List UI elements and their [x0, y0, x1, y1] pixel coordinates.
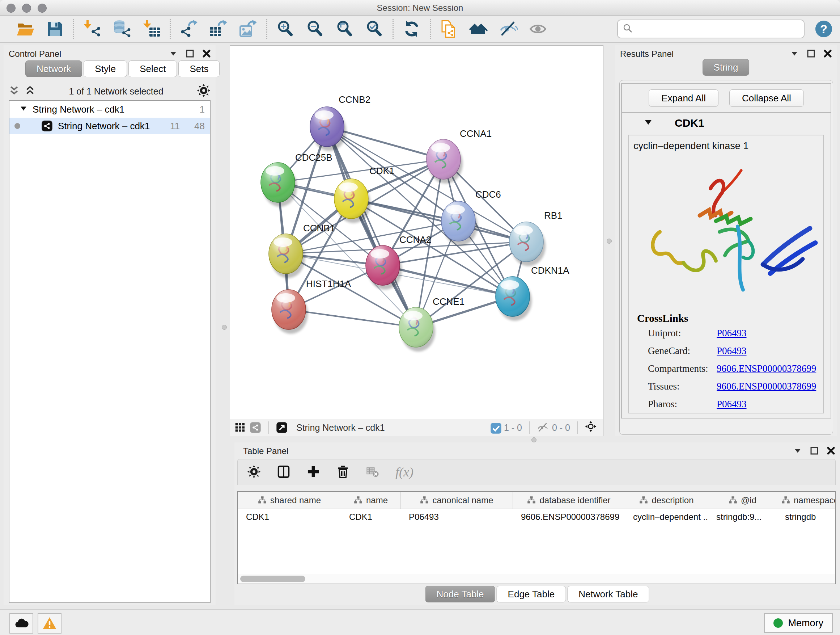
memory-label: Memory: [788, 618, 823, 629]
network-collection-row[interactable]: String Network – cdk1 1: [9, 101, 210, 118]
crosslink-link[interactable]: P06493: [717, 399, 747, 410]
import-table-icon[interactable]: [141, 19, 162, 39]
zoom-in-icon[interactable]: [275, 19, 295, 39]
network-node-hist1h1a[interactable]: HIST1H1A: [272, 279, 351, 334]
horizontal-splitter-handle[interactable]: [531, 437, 537, 442]
crosslink-link[interactable]: 9606.ENSP00000378699: [717, 381, 816, 392]
network-node-ccnb1[interactable]: CCNB1: [269, 223, 335, 278]
help-button[interactable]: ?: [815, 20, 833, 38]
apply-layout-icon[interactable]: [401, 19, 422, 39]
import-network-from-database-icon[interactable]: [112, 19, 132, 39]
fit-selected-crosshair-icon[interactable]: [585, 421, 599, 434]
tab-sets[interactable]: Sets: [178, 60, 219, 77]
home-icon[interactable]: [469, 19, 489, 39]
table-cell[interactable]: stringdb: [777, 509, 836, 525]
crosslink-link[interactable]: P06493: [717, 328, 747, 339]
zoom-fit-icon[interactable]: [335, 19, 355, 39]
export-network-icon[interactable]: [179, 19, 199, 39]
network-node-rb1[interactable]: RB1: [509, 210, 562, 266]
results-panel-menu-icon[interactable]: [790, 49, 799, 58]
open-file-icon[interactable]: [15, 19, 35, 39]
scrollbar-thumb[interactable]: [240, 576, 305, 582]
network-node-ccna2[interactable]: CCNA2: [366, 234, 431, 290]
save-session-icon[interactable]: [45, 19, 65, 39]
network-node-ccnb2[interactable]: CCNB2: [310, 94, 370, 151]
network-node-ccne1[interactable]: CCNE1: [399, 296, 464, 352]
selected-checkbox-icon[interactable]: [490, 423, 500, 432]
results-panel-close-icon[interactable]: [823, 49, 832, 58]
table-cell[interactable]: P06493: [401, 509, 513, 525]
column-header-database-identifier[interactable]: database identifier: [513, 492, 625, 509]
table-cell[interactable]: stringdb:9...: [708, 509, 777, 525]
tab-style[interactable]: Style: [84, 60, 127, 77]
hidden-count: 0 - 0: [552, 423, 570, 433]
search-input[interactable]: [636, 24, 799, 35]
column-header-name[interactable]: name: [341, 492, 401, 509]
automation-cloud-button[interactable]: [9, 613, 33, 633]
network-edge[interactable]: [327, 127, 416, 327]
network-overview-icon[interactable]: [249, 422, 261, 433]
tab-select[interactable]: Select: [128, 60, 177, 77]
column-header-id[interactable]: @id: [708, 492, 777, 509]
network-node-ccna1[interactable]: CCNA1: [426, 128, 492, 184]
hide-panels-icon[interactable]: [498, 19, 518, 39]
show-panels-icon[interactable]: [528, 19, 548, 39]
delete-column-icon[interactable]: [336, 465, 351, 479]
column-header-shared-name[interactable]: shared name: [238, 492, 341, 509]
network-edge[interactable]: [351, 199, 526, 242]
network-options-gear-icon[interactable]: [197, 84, 210, 99]
network-canvas[interactable]: CCNB2CCNA1CDC25BCDK1CDC6RB1CCNB1CCNA2CDK…: [230, 46, 603, 419]
export-image-icon[interactable]: [238, 19, 258, 39]
birdseye-grid-icon[interactable]: [234, 422, 246, 433]
tab-string[interactable]: String: [703, 59, 750, 76]
table-cell[interactable]: 9606.ENSP00000378699: [513, 509, 625, 525]
tab-network-table[interactable]: Network Table: [567, 586, 649, 602]
export-view-icon[interactable]: [276, 422, 287, 433]
collapse-all-tree-icon[interactable]: [9, 85, 19, 97]
warnings-button[interactable]: [38, 613, 62, 633]
table-panel-close-icon[interactable]: [826, 446, 836, 455]
expand-all-tree-icon[interactable]: [25, 85, 35, 97]
export-table-icon[interactable]: [208, 19, 229, 39]
table-cell[interactable]: CDK1: [238, 509, 341, 525]
column-header-canonical-name[interactable]: canonical name: [401, 492, 513, 509]
import-network-icon[interactable]: [82, 19, 103, 39]
node-label: RB1: [544, 210, 562, 221]
table-cell[interactable]: CDK1: [341, 509, 401, 525]
current-network-name: String Network – cdk1: [291, 423, 486, 433]
control-panel-title: Control Panel: [9, 49, 61, 59]
memory-button[interactable]: Memory: [764, 613, 833, 633]
network-row-selected[interactable]: String Network – cdk1 11 48: [9, 118, 210, 134]
zoom-selected-icon[interactable]: [364, 19, 385, 39]
show-columns-icon[interactable]: [277, 465, 291, 479]
network-selection-status: 1 of 1 Network selected: [41, 86, 192, 97]
entry-collapse-icon[interactable]: [644, 118, 653, 128]
right-splitter-handle[interactable]: [607, 239, 612, 244]
clone-network-icon[interactable]: [439, 19, 459, 39]
expand-all-button[interactable]: Expand All: [649, 89, 718, 107]
column-header-description[interactable]: description: [625, 492, 708, 509]
crosslink-link[interactable]: 9606.ENSP00000378699: [717, 363, 816, 374]
tab-network[interactable]: Network: [25, 60, 82, 77]
table-settings-gear-icon[interactable]: [247, 465, 262, 479]
left-splitter-handle[interactable]: [222, 325, 227, 330]
zoom-out-icon[interactable]: [305, 19, 325, 39]
tab-edge-table[interactable]: Edge Table: [497, 586, 566, 602]
add-column-icon[interactable]: [306, 465, 321, 479]
column-header-namespace[interactable]: namespace: [777, 492, 836, 509]
collapse-all-button[interactable]: Collapse All: [729, 89, 804, 107]
results-panel-float-icon[interactable]: [806, 49, 816, 58]
control-panel-close-icon[interactable]: [202, 49, 211, 58]
control-panel-menu-icon[interactable]: [169, 49, 178, 58]
collection-expand-icon[interactable]: [19, 104, 27, 115]
crosslink-label: Tissues:: [648, 381, 717, 392]
network-node-cdkn1a[interactable]: CDKN1A: [496, 265, 569, 321]
control-panel-float-icon[interactable]: [185, 49, 195, 58]
table-panel-float-icon[interactable]: [810, 446, 819, 455]
table-horizontal-scrollbar[interactable]: [238, 574, 835, 584]
tab-node-table[interactable]: Node Table: [425, 586, 495, 602]
crosslink-link[interactable]: P06493: [717, 345, 747, 356]
table-cell[interactable]: cyclin–dependent ...: [625, 509, 708, 525]
entry-gene-name: CDK1: [675, 117, 704, 129]
table-panel-menu-icon[interactable]: [793, 446, 802, 455]
